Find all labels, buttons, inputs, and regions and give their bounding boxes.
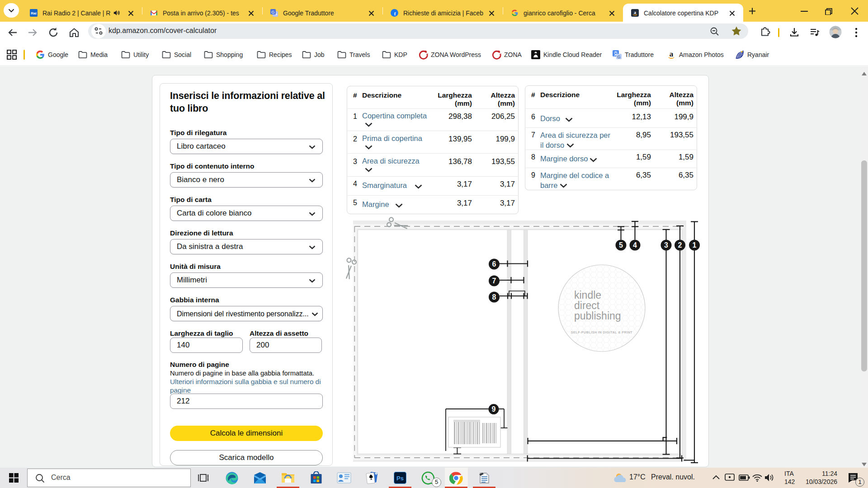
svg-text:publishing: publishing [574,310,621,322]
svg-text:Rai: Rai [31,11,36,15]
svg-text:4: 4 [633,241,637,249]
svg-text:2: 2 [678,241,682,249]
svg-text:Ps: Ps [396,475,404,482]
svg-text:1: 1 [693,241,697,249]
svg-text:3: 3 [664,241,668,249]
svg-text:f: f [394,11,396,16]
svg-text:SELF-PUBLISH IN DIGITAL & PRIN: SELF-PUBLISH IN DIGITAL & PRINT [571,330,632,334]
svg-text:7: 7 [492,277,496,285]
svg-text:9: 9 [492,405,496,413]
svg-text:a: a [670,50,674,58]
svg-text:5: 5 [619,241,623,249]
svg-text:G: G [617,55,620,59]
svg-text:8: 8 [492,293,496,301]
svg-text:a: a [634,10,636,15]
svg-text:G: G [271,9,274,14]
svg-text:6: 6 [492,260,496,268]
